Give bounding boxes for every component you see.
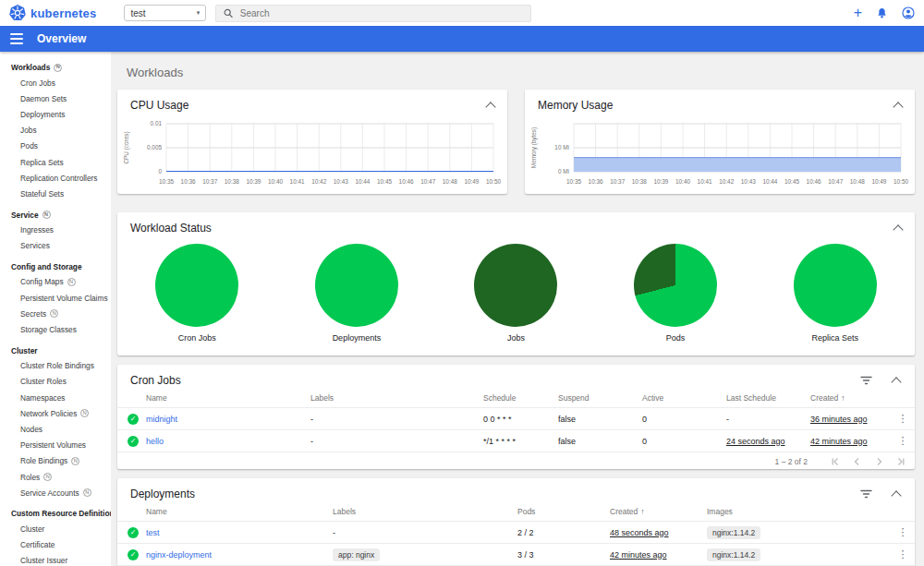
user-account-icon[interactable] — [902, 6, 915, 19]
filter-icon[interactable] — [860, 489, 872, 499]
sidebar-item-replica-sets[interactable]: Replica Sets — [0, 154, 111, 170]
sidebar-item-label: Ingresses — [20, 225, 54, 235]
sidebar-item-replication-controllers[interactable]: Replication Controllers — [0, 170, 111, 186]
sidebar-item-label: Cluster — [20, 524, 44, 534]
relative-time: 42 minutes ago — [610, 550, 707, 560]
sidebar-item-stateful-sets[interactable]: Stateful Sets — [0, 186, 111, 201]
sidebar-item-service-accounts[interactable]: Service AccountsN — [0, 485, 111, 500]
sidebar-item-pods[interactable]: Pods — [0, 138, 111, 154]
first-page-icon[interactable] — [830, 457, 839, 466]
collapse-chevron-icon[interactable] — [893, 102, 903, 112]
column-header-name[interactable]: Name — [146, 507, 333, 516]
sidebar-group-service[interactable]: ServiceN — [0, 207, 111, 223]
chevron-down-icon: ▾ — [197, 9, 201, 17]
next-page-icon[interactable] — [874, 457, 883, 466]
sidebar-item-storage-classes[interactable]: Storage Classes — [0, 321, 111, 337]
collapse-chevron-icon[interactable] — [891, 377, 901, 387]
namespace-select[interactable]: test ▾ — [124, 5, 206, 21]
svg-text:10:43: 10:43 — [741, 178, 756, 185]
search-icon — [224, 8, 233, 18]
sidebar-item-cluster-issuer[interactable]: Cluster Issuer — [0, 553, 111, 566]
namespaced-badge: N — [43, 211, 51, 219]
svg-text:10:36: 10:36 — [181, 178, 196, 185]
namespace-selected-value: test — [130, 8, 145, 18]
pie-chart-label: Pods — [666, 333, 686, 343]
column-header-name[interactable]: Name — [146, 393, 310, 403]
column-header-created[interactable]: Created↑ — [810, 393, 891, 403]
sidebar-item-cluster-roles[interactable]: Cluster Roles — [0, 374, 111, 390]
sidebar-group-workloads[interactable]: WorkloadsN — [0, 59, 111, 75]
row-actions-button[interactable]: ⋮ — [891, 435, 915, 447]
status-ok-icon: ✓ — [128, 527, 139, 538]
sidebar-item-nodes[interactable]: Nodes — [0, 421, 111, 437]
cpu-usage-card: CPU Usage 10:3510:3610:3710:3810:3910:40… — [117, 90, 507, 194]
column-header-label: Created — [810, 393, 838, 403]
brand-name: kubernetes — [30, 6, 96, 20]
svg-text:10:45: 10:45 — [377, 178, 392, 185]
memory-usage-card-header: Memory Usage — [525, 90, 915, 114]
collapse-chevron-icon[interactable] — [891, 490, 901, 500]
column-header-last_schedule[interactable]: Last Schedule — [726, 393, 810, 403]
sidebar-item-role-bindings[interactable]: Role BindingsN — [0, 453, 111, 469]
column-header-images[interactable]: Images — [707, 507, 891, 516]
column-header-labels[interactable]: Labels — [310, 393, 483, 403]
row-actions-button[interactable]: ⋮ — [891, 526, 915, 538]
svg-text:10:50: 10:50 — [894, 178, 908, 185]
collapse-chevron-icon[interactable] — [893, 224, 903, 235]
resource-name-link[interactable]: nginx-deployment — [146, 550, 333, 560]
sidebar-item-deployments[interactable]: Deployments — [0, 106, 111, 122]
column-header-pods[interactable]: Pods — [517, 507, 610, 516]
sidebar-item-certificate[interactable]: Certificate — [0, 537, 111, 553]
sidebar-item-cluster[interactable]: Cluster — [0, 521, 111, 536]
column-header-active[interactable]: Active — [642, 393, 726, 403]
create-resource-button[interactable]: + — [854, 6, 862, 20]
svg-text:10:40: 10:40 — [268, 178, 283, 185]
row-actions-button[interactable]: ⋮ — [891, 548, 915, 560]
usage-charts-row: CPU Usage 10:3510:3610:3710:3810:3910:40… — [117, 90, 915, 194]
resource-name-link[interactable]: midnight — [146, 415, 310, 424]
svg-text:10:49: 10:49 — [464, 178, 479, 185]
last-page-icon[interactable] — [896, 457, 906, 466]
cron-jobs-card: Cron Jobs NameLabelsScheduleSuspendActiv… — [117, 365, 915, 469]
cron-jobs-card-header: Cron Jobs — [117, 365, 915, 389]
column-header-schedule[interactable]: Schedule — [483, 393, 558, 403]
notifications-bell-icon[interactable] — [876, 7, 888, 19]
cpu-usage-title: CPU Usage — [130, 99, 188, 112]
sidebar-item-persistent-volume-claims[interactable]: Persistent Volume ClaimsN — [0, 290, 111, 306]
search-input[interactable] — [240, 8, 524, 18]
sidebar-item-cron-jobs[interactable]: Cron Jobs — [0, 75, 111, 90]
svg-text:10:39: 10:39 — [653, 178, 668, 185]
pie-chart-label: Jobs — [507, 333, 525, 343]
sidebar-item-daemon-sets[interactable]: Daemon Sets — [0, 90, 111, 106]
labels-cell: - — [310, 437, 483, 446]
svg-text:10:48: 10:48 — [443, 178, 457, 185]
resource-name-link[interactable]: test — [146, 528, 333, 537]
sidebar-item-namespaces[interactable]: Namespaces — [0, 390, 111, 405]
memory-usage-title: Memory Usage — [538, 99, 613, 112]
suspend-cell: false — [558, 437, 642, 446]
column-header-labels[interactable]: Labels — [333, 507, 517, 516]
sidebar-item-jobs[interactable]: Jobs — [0, 123, 111, 138]
filter-icon[interactable] — [860, 376, 872, 385]
sidebar-item-services[interactable]: Services — [0, 238, 111, 254]
column-header-suspend[interactable]: Suspend — [558, 393, 642, 403]
row-actions-button[interactable]: ⋮ — [891, 413, 915, 425]
sidebar-item-persistent-volumes[interactable]: Persistent Volumes — [0, 438, 111, 453]
relative-time: - — [726, 415, 810, 424]
workload-pie-pods: Pods — [596, 244, 756, 343]
previous-page-icon[interactable] — [852, 457, 861, 466]
sidebar-item-roles[interactable]: RolesN — [0, 469, 111, 485]
menu-hamburger-icon[interactable] — [10, 33, 23, 44]
sidebar-item-cluster-role-bindings[interactable]: Cluster Role Bindings — [0, 358, 111, 374]
resource-name-link[interactable]: hello — [146, 437, 310, 446]
sidebar-item-ingresses[interactable]: Ingresses — [0, 223, 111, 238]
sidebar-item-label: Nodes — [20, 425, 43, 434]
workload-pie-replica-sets: Replica Sets — [755, 244, 915, 343]
collapse-chevron-icon[interactable] — [485, 102, 495, 112]
sidebar-item-network-policies[interactable]: Network PoliciesN — [0, 405, 111, 421]
relative-time: 36 minutes ago — [810, 415, 891, 424]
svg-text:0: 0 — [158, 168, 162, 175]
column-header-created[interactable]: Created↑ — [610, 507, 707, 516]
sidebar-item-config-maps[interactable]: Config MapsN — [0, 274, 111, 290]
sidebar-item-secrets[interactable]: SecretsN — [0, 306, 111, 321]
